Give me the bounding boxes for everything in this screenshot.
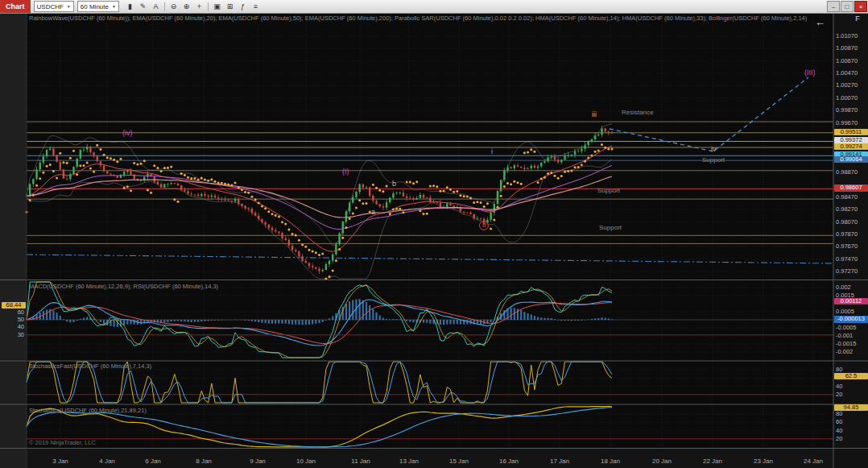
instrument-selector[interactable]: USDCHF ▼ <box>34 1 74 12</box>
zoom-out-icon[interactable]: ⊖ <box>167 2 180 12</box>
chart-canvas[interactable] <box>0 0 868 468</box>
chart-window: Chart USDCHF ▼ 60 Minute ▼ ▮✎A⊖⊕+▣⊞ƒ≡ –□… <box>0 0 868 468</box>
chevron-down-icon: ▼ <box>67 4 71 9</box>
pencil-draw-icon[interactable]: ✎ <box>137 2 149 12</box>
close-button[interactable]: × <box>854 1 867 12</box>
zoom-in-icon[interactable]: ⊕ <box>180 2 192 12</box>
period-selector[interactable]: 60 Minute ▼ <box>77 1 119 12</box>
properties-icon[interactable]: ≡ <box>250 2 262 12</box>
chevron-down-icon: ▼ <box>112 4 116 9</box>
indicators-icon[interactable]: ƒ <box>237 2 249 12</box>
chart-tab[interactable]: Chart <box>0 0 31 13</box>
crosshair-icon[interactable]: + <box>193 2 205 12</box>
toolbar-icons: ▮✎A⊖⊕+▣⊞ƒ≡ <box>124 2 262 12</box>
minimize-button[interactable]: – <box>827 1 840 12</box>
window-controls: –□× <box>827 1 867 12</box>
instrument-value: USDCHF <box>37 3 64 10</box>
maximize-button[interactable]: □ <box>841 1 854 12</box>
toolbar: Chart USDCHF ▼ 60 Minute ▼ ▮✎A⊖⊕+▣⊞ƒ≡ –□… <box>0 0 868 14</box>
chart-style-icon[interactable]: ▮ <box>124 2 136 12</box>
text-tool-icon[interactable]: A <box>150 2 162 12</box>
toolbar-separator <box>164 2 165 11</box>
toolbar-separator <box>208 2 209 11</box>
snapshot-icon[interactable]: ▣ <box>211 2 223 12</box>
grid-panel-icon[interactable]: ⊞ <box>224 2 236 12</box>
period-value: 60 Minute <box>81 3 109 10</box>
